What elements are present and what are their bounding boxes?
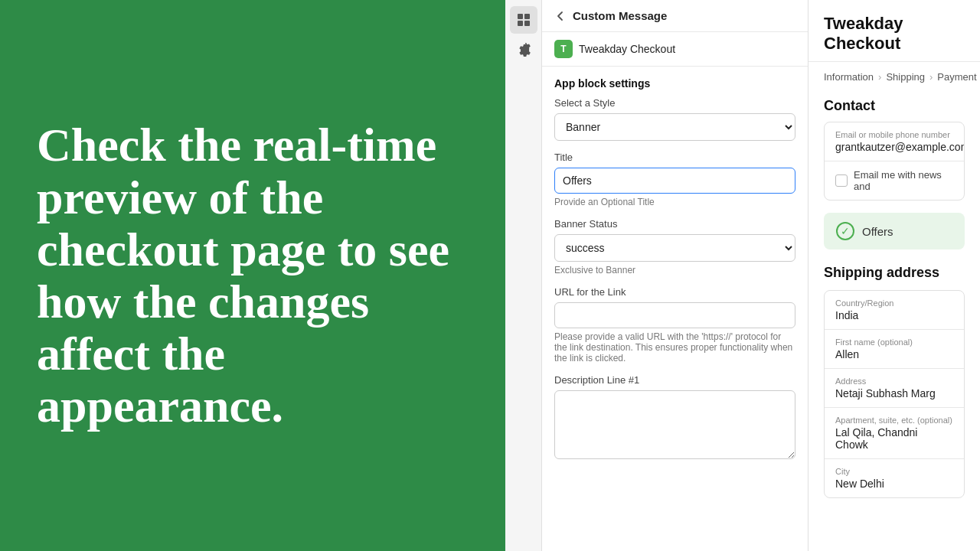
svg-rect-2 [518, 21, 523, 26]
panel-title: Custom Message [573, 9, 667, 22]
svg-rect-0 [518, 14, 523, 19]
newsletter-label: Email me with news and [854, 169, 953, 192]
title-field-group: Title Provide an Optional Title [542, 152, 808, 218]
description-textarea[interactable] [554, 390, 795, 459]
email-placeholder-label: Email or mobile phone number [835, 130, 953, 139]
address-value: Netaji Subhash Marg [835, 387, 953, 399]
layout-icon[interactable] [510, 6, 537, 34]
title-sublabel: Provide an Optional Title [554, 197, 795, 207]
address-label: Address [835, 377, 953, 386]
url-label: URL for the Link [554, 286, 795, 298]
preview-panel: Tweakday Checkout Information › Shipping… [808, 0, 980, 551]
hero-panel: Check the real-time preview of the check… [0, 0, 505, 551]
breadcrumb-sep-1: › [878, 71, 881, 83]
address-field: Address Netaji Subhash Marg [825, 369, 964, 408]
firstname-value: Allen [835, 348, 953, 360]
country-value: India [835, 309, 953, 321]
app-row: T Tweakday Checkout [542, 32, 808, 67]
section-title: App block settings [542, 67, 808, 97]
url-input[interactable] [554, 302, 795, 328]
city-label: City [835, 467, 953, 476]
svg-rect-1 [524, 14, 530, 19]
style-select[interactable]: Banner Inline Popup [554, 113, 795, 141]
banner-status-sublabel: Exclusive to Banner [554, 265, 795, 276]
back-button[interactable] [554, 10, 567, 22]
breadcrumb: Information › Shipping › Payment [808, 62, 980, 92]
contact-box: Email or mobile phone number grantkautze… [824, 122, 965, 201]
address-box: Country/Region India First name (optiona… [824, 290, 965, 498]
title-input[interactable] [554, 168, 795, 194]
breadcrumb-information[interactable]: Information [824, 71, 874, 83]
offers-banner: ✓ Offers [824, 213, 965, 249]
description-label: Description Line #1 [554, 374, 795, 386]
sidebar [505, 0, 542, 551]
firstname-field: First name (optional) Allen [825, 330, 964, 369]
contact-section-label: Contact [808, 92, 980, 122]
firstname-label: First name (optional) [835, 337, 953, 347]
breadcrumb-payment[interactable]: Payment [937, 71, 976, 83]
style-label: Select a Style [554, 97, 795, 109]
banner-status-label: Banner Status [554, 218, 795, 230]
contact-email-field: Email or mobile phone number grantkautze… [825, 122, 964, 161]
banner-status-field-group: Banner Status success warning error info… [542, 218, 808, 286]
app-icon: T [554, 40, 573, 58]
banner-status-select[interactable]: success warning error info [554, 234, 795, 262]
city-field: City New Delhi [825, 459, 964, 497]
apartment-field: Apartment, suite, etc. (optional) Lal Qi… [825, 408, 964, 459]
breadcrumb-shipping[interactable]: Shipping [886, 71, 925, 83]
breadcrumb-sep-2: › [929, 71, 933, 83]
shipping-section-label: Shipping address [808, 262, 980, 290]
title-label: Title [554, 152, 795, 163]
settings-icon[interactable] [510, 37, 537, 64]
app-name-label: Tweakday Checkout [579, 43, 675, 55]
country-field: Country/Region India [825, 291, 964, 330]
offers-check-icon: ✓ [836, 222, 854, 240]
apartment-value: Lal Qila, Chandni Chowk [835, 426, 953, 451]
description-field-group: Description Line #1 [542, 374, 808, 473]
panel-header: Custom Message [542, 0, 808, 32]
url-field-group: URL for the Link Please provide a valid … [542, 286, 808, 374]
offers-text: Offers [862, 225, 893, 238]
settings-panel: Custom Message T Tweakday Checkout App b… [542, 0, 808, 551]
svg-rect-3 [524, 21, 530, 26]
style-field-group: Select a Style Banner Inline Popup [542, 97, 808, 152]
apartment-label: Apartment, suite, etc. (optional) [835, 416, 953, 425]
hero-headline: Check the real-time preview of the check… [37, 119, 469, 432]
country-label: Country/Region [835, 298, 953, 308]
newsletter-row: Email me with news and [825, 161, 964, 200]
email-value: grantkautzer@example.com [835, 141, 953, 153]
url-sublabel: Please provide a valid URL with the 'htt… [554, 331, 795, 364]
city-value: New Delhi [835, 478, 953, 490]
preview-title: Tweakday Checkout [808, 0, 980, 62]
newsletter-checkbox[interactable] [835, 174, 848, 187]
